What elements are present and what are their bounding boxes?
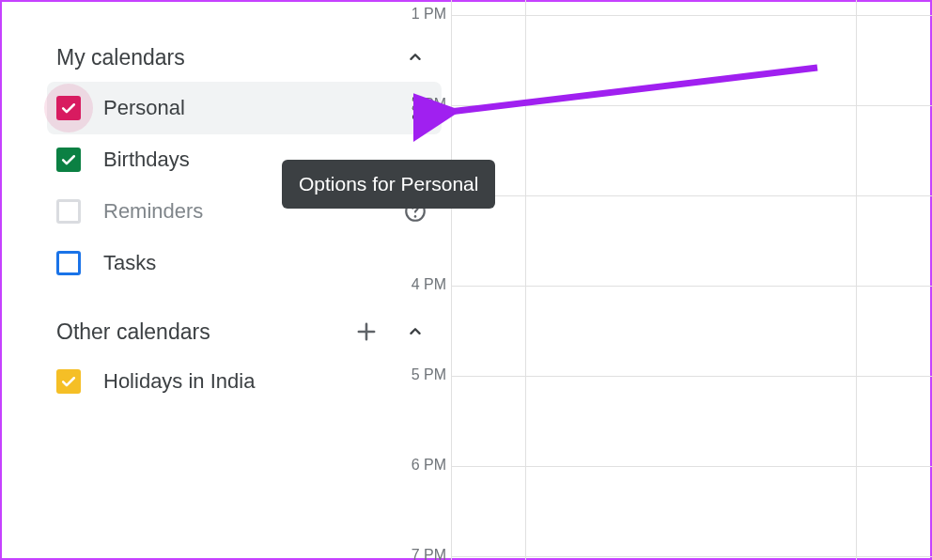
hour-label: 2 PM	[394, 96, 446, 113]
calendar-item-tasks[interactable]: Tasks	[47, 238, 442, 288]
hour-label: 1 PM	[394, 6, 446, 23]
hour-label: 7 PM	[394, 547, 446, 560]
calendar-checkbox[interactable]	[56, 148, 81, 172]
hour-label: 5 PM	[394, 366, 446, 383]
tooltip-options: Options for Personal	[282, 160, 495, 209]
svg-point-2	[412, 114, 418, 119]
calendar-item-holidays-in-india[interactable]: Holidays in India	[47, 356, 442, 407]
hour-row: 2 PM	[452, 105, 932, 106]
hour-row: 4 PM	[452, 286, 932, 287]
hour-row: 7 PM	[452, 556, 932, 557]
calendar-grid[interactable]: 1 PM2 PM3 PM4 PM5 PM6 PM7 PM	[451, 0, 932, 560]
calendar-checkbox[interactable]	[56, 199, 81, 224]
hour-row: 5 PM	[452, 376, 932, 377]
grid-vline	[525, 0, 526, 560]
grid-vline	[856, 0, 857, 560]
hour-row: 6 PM	[452, 466, 932, 467]
calendar-item-personal[interactable]: Personal	[47, 82, 442, 134]
calendar-checkbox[interactable]	[56, 251, 81, 275]
hour-label: 4 PM	[394, 276, 446, 293]
hour-row: 3 PM	[452, 195, 932, 196]
calendar-label: Personal	[103, 96, 402, 120]
hour-label: 6 PM	[394, 457, 446, 474]
calendar-checkbox[interactable]	[56, 369, 81, 394]
hour-row: 1 PM	[452, 15, 932, 16]
svg-point-4	[414, 215, 417, 218]
calendar-label: Tasks	[103, 251, 428, 275]
calendar-checkbox[interactable]	[56, 96, 81, 120]
calendar-label: Holidays in India	[103, 369, 428, 394]
